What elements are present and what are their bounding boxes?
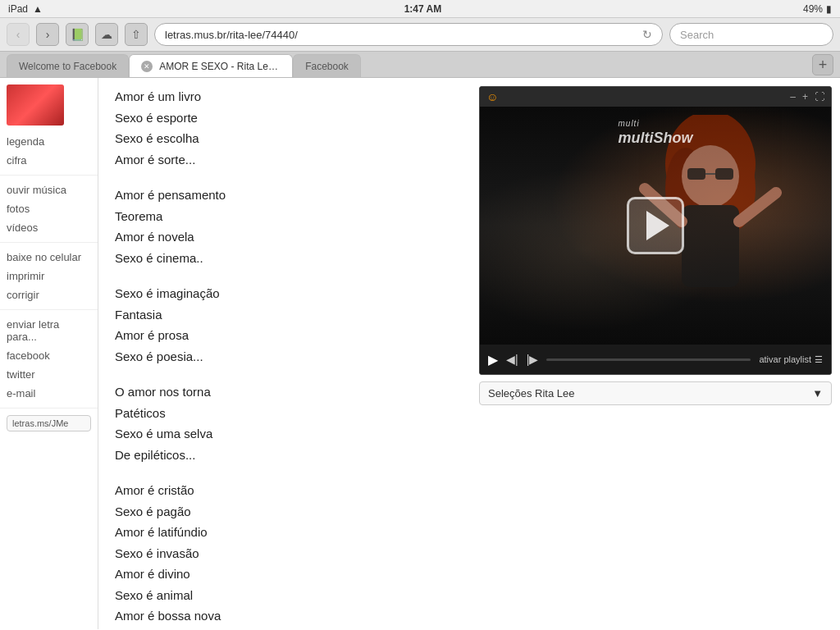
sidebar-item-facebook[interactable]: facebook — [0, 346, 98, 365]
video-next-button[interactable]: |▶ — [527, 353, 539, 366]
lyrics-line: Amor é latifúndio — [115, 522, 454, 543]
svg-rect-5 — [715, 168, 733, 180]
video-panel: ☺ – + ⛶ — [471, 78, 840, 629]
tab-label: Facebook — [305, 61, 349, 72]
sidebar-item-imprimir[interactable]: imprimir — [0, 267, 98, 285]
play-overlay-button[interactable] — [627, 197, 684, 254]
lyrics-line: Sexo é pagão — [115, 501, 454, 523]
smiley-icon: ☺ — [486, 90, 498, 103]
ativar-playlist-button[interactable]: ativar playlist ☰ — [759, 354, 823, 365]
video-progress-bar[interactable] — [546, 358, 751, 361]
battery-icon: ▮ — [826, 3, 832, 15]
lyrics-line: Amor é prosa — [115, 325, 454, 346]
lyrics-line: Sexo é escolha — [115, 128, 454, 149]
sidebar-item-baixe[interactable]: baixe no celular — [0, 248, 98, 267]
lyrics-stanza-1: Amor é um livro Sexo é esporte Sexo é es… — [115, 86, 454, 170]
lyrics-line: Sexo é carnaval — [115, 627, 454, 630]
video-bottom-bar: ▶ ◀| |▶ ativar playlist ☰ — [480, 345, 831, 374]
video-playlist-dropdown[interactable]: Seleções Rita Lee ▼ — [479, 381, 832, 405]
sidebar-item-enviar[interactable]: enviar letra para... — [0, 315, 98, 346]
lyrics-line: Amor é pensamento — [115, 185, 454, 206]
search-bar[interactable]: Search — [669, 23, 833, 46]
svg-rect-4 — [687, 168, 705, 180]
minimize-button[interactable]: – — [790, 91, 796, 103]
lyrics-line: De epiléticos... — [115, 445, 454, 466]
share-button[interactable]: ⇧ — [125, 23, 148, 46]
tab-close-button[interactable]: ✕ — [141, 61, 153, 72]
expand-button[interactable]: + — [802, 91, 808, 103]
lyrics-line: Sexo é cinema.. — [115, 248, 454, 269]
lyrics-line: O amor nos torna — [115, 381, 454, 403]
sidebar-divider-4 — [0, 408, 98, 409]
tab-label: AMOR E SEXO - Rita Lee (letra e vídeo) — [159, 61, 281, 72]
page-content: legenda cifra ouvir música fotos vídeos … — [0, 78, 840, 629]
video-top-bar: ☺ – + ⛶ — [480, 87, 831, 107]
video-top-controls: – + ⛶ — [790, 91, 824, 103]
search-placeholder: Search — [680, 29, 714, 41]
lyrics-line: Amor é sorte... — [115, 149, 454, 171]
device-label: iPad — [8, 3, 28, 15]
tab-amor-sexo[interactable]: ✕ AMOR E SEXO - Rita Lee (letra e vídeo) — [129, 54, 293, 77]
sidebar-item-twitter[interactable]: twitter — [0, 365, 98, 384]
bookmarks-button[interactable]: 📗 — [66, 23, 89, 46]
status-time: 1:47 AM — [404, 3, 442, 15]
lyrics-area: Amor é um livro Sexo é esporte Sexo é es… — [98, 78, 471, 629]
lyrics-line: Amor é bossa nova — [115, 605, 454, 627]
video-screen[interactable]: multi multiShow — [480, 107, 831, 345]
battery-label: 49% — [803, 3, 823, 15]
lyrics-line: Fantasia — [115, 304, 454, 326]
lyrics-line: Sexo é animal — [115, 585, 454, 606]
back-button[interactable]: ‹ — [7, 23, 30, 46]
lyrics-line: Sexo é poesia... — [115, 346, 454, 368]
tab-facebook-welcome[interactable]: Welcome to Facebook — [7, 54, 129, 77]
sidebar-shortlink: letras.ms/JMe — [7, 415, 91, 431]
chevron-down-icon: ▼ — [812, 387, 823, 399]
playlist-icon: ☰ — [815, 354, 823, 365]
tab-label: Welcome to Facebook — [19, 61, 116, 72]
sidebar-divider-2 — [0, 242, 98, 243]
new-tab-button[interactable]: + — [812, 54, 833, 75]
lyrics-stanza-2: Amor é pensamento Teorema Amor é novela … — [115, 185, 454, 268]
lyrics-stanza-4: O amor nos torna Patéticos Sexo é uma se… — [115, 381, 454, 465]
url-bar[interactable]: letras.mus.br/rita-lee/74440/ ↻ — [154, 23, 663, 46]
lyrics-line: Sexo é invasão — [115, 543, 454, 564]
sidebar-item-email[interactable]: e-mail — [0, 384, 98, 403]
tab-facebook[interactable]: Facebook — [293, 54, 361, 77]
ativar-text: ativar playlist — [759, 354, 811, 364]
forward-button[interactable]: › — [36, 23, 59, 46]
multishow-logo: multi multiShow — [619, 115, 693, 147]
video-prev-button[interactable]: ◀| — [506, 353, 518, 366]
sidebar-item-legenda[interactable]: legenda — [0, 132, 98, 151]
status-bar: iPad ▲ 1:47 AM 49% ▮ — [0, 0, 840, 18]
lyrics-line: Amor é divino — [115, 564, 454, 585]
lyrics-stanza-5: Amor é cristão Sexo é pagão Amor é latif… — [115, 480, 454, 629]
sidebar-item-corrigir[interactable]: corrigir — [0, 285, 98, 304]
lyrics-line: Sexo é imaginação — [115, 283, 454, 304]
status-right: 49% ▮ — [803, 3, 832, 15]
tab-bar: Welcome to Facebook ✕ AMOR E SEXO - Rita… — [0, 52, 840, 78]
sidebar: legenda cifra ouvir música fotos vídeos … — [0, 78, 98, 629]
lyrics-line: Amor é novela — [115, 226, 454, 248]
sidebar-item-ouvir[interactable]: ouvir música — [0, 180, 98, 199]
play-triangle-icon — [646, 211, 669, 240]
sidebar-divider-1 — [0, 175, 98, 176]
lyrics-line: Amor é um livro — [115, 86, 454, 107]
lyrics-line: Patéticos — [115, 403, 454, 424]
sidebar-thumbnail — [7, 84, 64, 126]
lyrics-line: Sexo é uma selva — [115, 423, 454, 445]
cloud-button[interactable]: ☁ — [95, 23, 118, 46]
sidebar-item-videos[interactable]: vídeos — [0, 218, 98, 237]
sidebar-item-cifra[interactable]: cifra — [0, 151, 98, 170]
video-play-button[interactable]: ▶ — [488, 352, 498, 368]
lyrics-stanza-3: Sexo é imaginação Fantasia Amor é prosa … — [115, 283, 454, 367]
reload-icon[interactable]: ↻ — [642, 28, 652, 41]
lyrics-line: Teorema — [115, 206, 454, 227]
status-left: iPad ▲ — [8, 3, 43, 15]
dropdown-label: Seleções Rita Lee — [488, 387, 575, 399]
wifi-icon: ▲ — [33, 3, 43, 15]
sidebar-item-fotos[interactable]: fotos — [0, 199, 98, 218]
video-player: ☺ – + ⛶ — [479, 86, 832, 375]
fullscreen-button[interactable]: ⛶ — [815, 91, 824, 103]
svg-rect-7 — [682, 205, 739, 287]
sidebar-divider-3 — [0, 309, 98, 310]
